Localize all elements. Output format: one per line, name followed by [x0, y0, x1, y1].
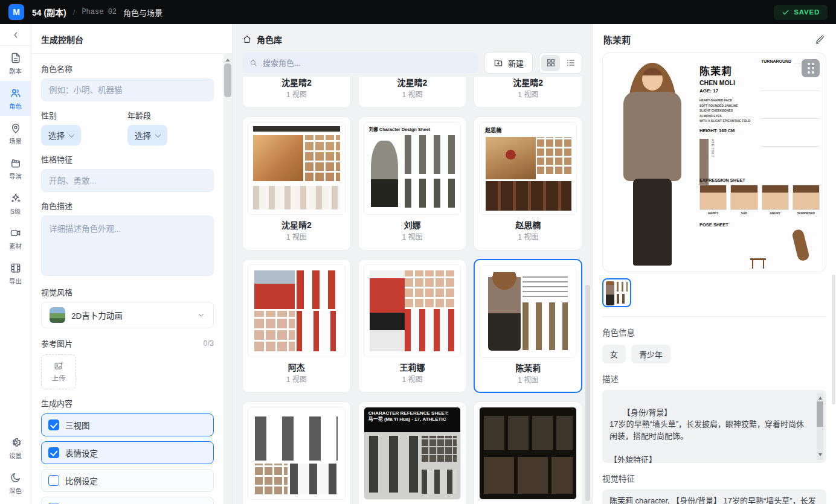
chevron-down-icon: [155, 132, 161, 138]
content-option[interactable]: 表情设定: [41, 441, 214, 464]
search-box[interactable]: [242, 53, 478, 73]
divider: [602, 316, 826, 317]
character-thumbnail: [248, 264, 346, 357]
expression-face: [730, 185, 757, 210]
scrollbar-thumb[interactable]: [817, 401, 823, 427]
character-name: 沈星晴2: [243, 77, 350, 88]
video-camera-icon: [10, 227, 22, 239]
scroll-down-arrow[interactable]: [818, 453, 822, 458]
sheet-name-cn: 陈茉莉: [699, 63, 759, 78]
content-option[interactable]: 动作设定: [41, 497, 214, 504]
character-card[interactable]: 陈茉莉 1 视图: [474, 259, 582, 393]
breadcrumb: 54 (副本) / Phase 02 角色与场景: [32, 6, 162, 18]
gender-select[interactable]: 选择: [41, 125, 81, 145]
edit-name-button[interactable]: [815, 34, 825, 45]
app-logo[interactable]: M: [8, 4, 24, 20]
turnaround-side-figure: [766, 70, 786, 170]
checkbox[interactable]: [48, 419, 59, 430]
reference-count: 0/3: [204, 339, 214, 348]
character-detail-panel: 陈茉莉 陈茉莉 CHEN MOLI AGE: 17 HEART-SHAPED F…: [592, 24, 836, 504]
reference-label: 参考图片: [41, 337, 72, 349]
library-title: 角色库: [257, 33, 282, 45]
new-character-button[interactable]: 新建: [484, 52, 533, 74]
expression-face: [762, 185, 789, 210]
window-scrollbar-thumb[interactable]: [832, 275, 835, 404]
scrollbar-thumb[interactable]: [223, 63, 232, 98]
thumbnail-caption: 刘娜 Character Design Sheet: [369, 126, 431, 132]
collapse-sidebar-button[interactable]: [0, 24, 31, 46]
character-card[interactable]: 赵思楠 赵思楠 1 视图: [474, 116, 582, 250]
visual-section-title: 视觉特征: [602, 472, 826, 484]
sidebar-item-director[interactable]: 导演: [0, 151, 31, 186]
project-title[interactable]: 54 (副本): [32, 6, 66, 18]
character-thumbnail: [248, 407, 346, 500]
content-option[interactable]: 比例设定: [41, 469, 214, 492]
character-view-count: 1 视图: [243, 374, 350, 384]
sidebar-item-s-grade[interactable]: S级: [0, 186, 31, 221]
description-box[interactable]: 【身份/背景】 17岁的早熟“墙头草”，长发披肩，眼神狡黠，穿着时尚休闲装，搭配…: [602, 390, 826, 463]
script-icon: [10, 52, 22, 64]
search-input[interactable]: [263, 59, 472, 68]
character-card[interactable]: 叶小玲 1 视图: [242, 401, 351, 504]
sidebar-item-assets[interactable]: 素材: [0, 221, 31, 256]
content-option[interactable]: 三视图: [41, 413, 214, 436]
checkbox[interactable]: [48, 447, 59, 458]
traits-input[interactable]: [41, 169, 214, 192]
visual-style-select[interactable]: 2D吉卜力动画: [41, 302, 214, 328]
upload-reference-button[interactable]: 上传: [41, 354, 76, 389]
character-sheet-collage: 陈茉莉 CHEN MOLI AGE: 17 HEART-SHAPED FACES…: [603, 53, 826, 272]
character-card[interactable]: 沈星晴 1 视图: [474, 401, 582, 504]
expression-sheet-label: EXPRESSION SHEET: [699, 177, 745, 183]
description-textarea[interactable]: [41, 215, 214, 276]
expression-face: [699, 185, 727, 210]
sidebar-item-darkmode[interactable]: 深色: [0, 465, 31, 500]
sheet-thumbnail-selected[interactable]: [602, 278, 631, 307]
character-card[interactable]: 沈星晴2 1 视图: [242, 77, 351, 108]
stool-shape: [750, 258, 766, 268]
chevron-down-icon: [69, 132, 75, 138]
gender-label: 性别: [41, 109, 127, 121]
character-tag: 女: [602, 345, 626, 363]
detail-title: 陈茉莉: [603, 33, 631, 46]
generation-console-panel: 生成控制台 角色名称 性别 选择 年龄段 选择 性格特征 角色描述 视觉风格: [31, 24, 233, 504]
character-view-count: 1 视图: [359, 89, 466, 99]
character-view-count: 1 视图: [359, 374, 466, 384]
turnaround-back-figure: [794, 70, 814, 170]
console-scrollbar[interactable]: [223, 54, 232, 504]
drag-handle-icon[interactable]: [802, 59, 820, 77]
sidebar-item-scenes[interactable]: 场景: [0, 116, 31, 151]
sidebar-item-script[interactable]: 剧本: [0, 46, 31, 81]
expression-face: [793, 185, 820, 210]
character-card[interactable]: 刘娜 Character Design Sheet 刘娜 1 视图: [358, 116, 467, 250]
list-view-button[interactable]: [561, 55, 580, 71]
list-view-icon: [566, 58, 576, 68]
grid-view-button[interactable]: [541, 55, 560, 71]
expression-cell: SURPRISED: [793, 185, 820, 215]
character-name: 陈茉莉: [475, 362, 581, 374]
character-card[interactable]: 阿杰 1 视图: [242, 259, 351, 393]
sidebar-item-export[interactable]: 导出: [0, 256, 31, 291]
description-scrollbar[interactable]: [817, 393, 823, 460]
character-card[interactable]: 沈星晴2 1 视图: [242, 116, 351, 250]
library-scrollbar-thumb[interactable]: [585, 285, 590, 501]
character-card[interactable]: 沈星晴2 1 视图: [474, 77, 582, 108]
check-icon: [782, 8, 789, 16]
sidebar-item-characters[interactable]: 角色: [0, 81, 31, 116]
character-card[interactable]: 王莉娜 1 视图: [358, 259, 467, 393]
character-card[interactable]: 沈星晴2 1 视图: [358, 77, 467, 108]
sidebar-item-settings[interactable]: 设置: [0, 430, 31, 465]
character-name: 沈星晴2: [243, 219, 350, 231]
character-name-input[interactable]: [41, 78, 214, 101]
character-thumbnail: [479, 407, 577, 500]
saved-label: SAVED: [794, 8, 820, 16]
age-select[interactable]: 选择: [127, 125, 167, 145]
age-label: 年龄段: [127, 109, 214, 121]
generate-content-label: 生成内容: [41, 397, 214, 409]
character-sheet-image[interactable]: 陈茉莉 CHEN MOLI AGE: 17 HEART-SHAPED FACES…: [602, 53, 826, 272]
character-card[interactable]: CHARACTER REFERENCE SHEET: 马一花 (Ma Yi Hu…: [358, 401, 467, 504]
name-label: 角色名称: [41, 63, 214, 74]
checkbox[interactable]: [48, 475, 59, 486]
visual-features-box[interactable]: 陈茉莉 character, 【身份/背景】 17岁的早熟“墙头草”，长发披肩，…: [602, 490, 826, 504]
scroll-up-arrow[interactable]: [818, 395, 822, 400]
info-section-title: 角色信息: [602, 326, 826, 338]
